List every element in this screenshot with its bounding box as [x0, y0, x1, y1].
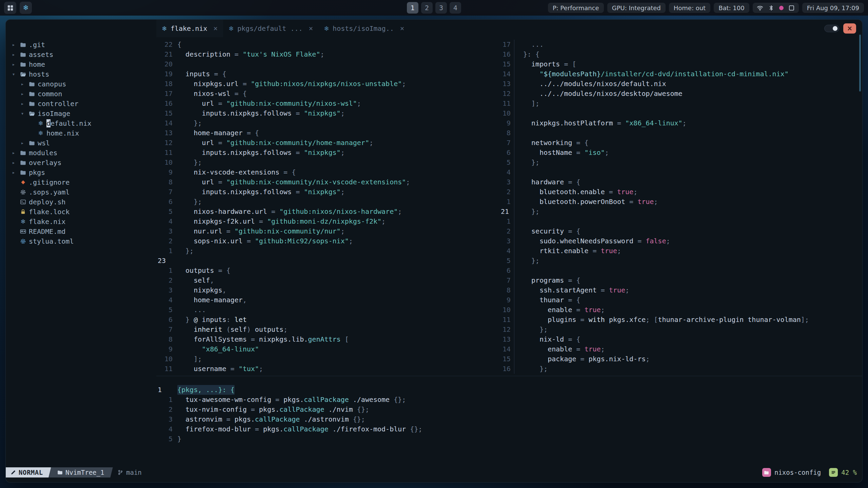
apps-grid-icon-button[interactable]: [4, 2, 16, 14]
code-line[interactable]: 2 security = {: [499, 226, 862, 236]
chevron-right-icon[interactable]: ▸: [9, 42, 18, 48]
code-line[interactable]: 11 plugins = with pkgs.xfce; [thunar-arc…: [499, 315, 862, 325]
tree-item-canopus[interactable]: ▸canopus: [6, 79, 156, 89]
tab-close-icon[interactable]: ×: [400, 24, 405, 33]
code-line[interactable]: 7 inputs.nixpkgs.follows = "nixpkgs";: [156, 187, 499, 197]
code-line[interactable]: 5 };: [499, 158, 862, 167]
code-line[interactable]: 10 enable = true;: [499, 305, 862, 315]
code-line[interactable]: 6 };: [156, 197, 499, 207]
code-line[interactable]: 3 nur.url = "github:nix-community/nur";: [156, 226, 499, 236]
code-line[interactable]: 1 };: [156, 246, 499, 256]
code-line[interactable]: 18 nixpkgs.url = "github:nixos/nixpkgs/n…: [156, 79, 499, 89]
code-line[interactable]: 12 url = "github:nix-community/home-mana…: [156, 138, 499, 148]
code-line[interactable]: 3 sudo.wheelNeedsPassword = false;: [499, 236, 862, 246]
code-line[interactable]: 9 nixpkgs.hostPlatform = "x86_64-linux";: [499, 118, 862, 128]
code-line[interactable]: 13 nix-ld = {: [499, 334, 862, 344]
code-line[interactable]: 9 "x86_64-linux": [156, 344, 499, 354]
code-line[interactable]: 22{: [156, 40, 499, 49]
window-toggle-switch[interactable]: [824, 25, 839, 32]
nix-logo-icon-button[interactable]: ❄: [20, 2, 32, 14]
code-line[interactable]: 20: [156, 59, 499, 69]
code-line[interactable]: 11 username = "tux";: [156, 364, 499, 374]
code-line[interactable]: 4 home-manager,: [156, 295, 499, 305]
code-line[interactable]: 9 thunar = {: [499, 295, 862, 305]
code-line[interactable]: 2 sops-nix.url = "github:Mic92/sops-nix"…: [156, 236, 499, 246]
code-line[interactable]: 9 nix-vscode-extensions = {: [156, 167, 499, 177]
chevron-right-icon[interactable]: ▸: [9, 52, 18, 58]
scrollbar-thumb[interactable]: [859, 35, 861, 92]
chevron-right-icon[interactable]: ▸: [18, 81, 27, 87]
workspace-button-1[interactable]: 1: [407, 2, 418, 14]
code-line[interactable]: 3 hardware = {: [499, 177, 862, 187]
code-line[interactable]: 19 inputs = {: [156, 69, 499, 79]
code-line[interactable]: 1 bluetooth.powerOnBoot = true;: [499, 197, 862, 207]
code-line[interactable]: 16 url = "github:nix-community/nixos-wsl…: [156, 99, 499, 108]
tab-pkgs-default[interactable]: ❄pkgs/default ...×: [223, 20, 318, 37]
tree-item-sops-yaml[interactable]: .sops.yaml: [6, 187, 156, 197]
tab-close-icon[interactable]: ×: [309, 24, 313, 33]
code-line[interactable]: 21 description = "tux's NixOS Flake";: [156, 49, 499, 59]
code-line[interactable]: 13 home-manager = {: [156, 128, 499, 138]
code-line[interactable]: 14 };: [156, 118, 499, 128]
code-line[interactable]: 11 inputs.nixpkgs.follows = "nixpkgs";: [156, 148, 499, 158]
editor-pane-flake[interactable]: 22{21 description = "tux's NixOS Flake";…: [156, 40, 499, 376]
code-line[interactable]: 2 self,: [156, 276, 499, 285]
code-line[interactable]: 12 ../../modules/nixos/desktop/awesome: [499, 89, 862, 99]
code-line[interactable]: 4 firefox-mod-blur = pkgs.callPackage ./…: [156, 424, 862, 434]
code-line[interactable]: 5}: [156, 434, 862, 444]
code-line[interactable]: 17 ...: [499, 40, 862, 49]
code-line[interactable]: 16 };: [499, 364, 862, 374]
code-line[interactable]: 23: [156, 256, 499, 266]
tree-item-gitignore[interactable]: ◆.gitignore: [6, 177, 156, 187]
code-line[interactable]: 14 enable = true;: [499, 344, 862, 354]
code-line[interactable]: 6: [499, 266, 862, 276]
code-line[interactable]: 4 rtkit.enable = true;: [499, 246, 862, 256]
tree-item-flake-lock[interactable]: flake.lock: [6, 207, 156, 217]
chevron-right-icon[interactable]: ▸: [9, 160, 18, 166]
tree-item-modules[interactable]: ▸modules: [6, 148, 156, 158]
tab-close-icon[interactable]: ×: [213, 24, 218, 33]
code-line[interactable]: 13 ../../modules/nixos/default.nix: [499, 79, 862, 89]
tree-item-readme-md[interactable]: README.md: [6, 226, 156, 236]
chevron-right-icon[interactable]: ▸: [18, 91, 27, 97]
tree-item-isoimage[interactable]: ▾isoImage: [6, 108, 156, 118]
code-line[interactable]: 8 ssh.startAgent = true;: [499, 285, 862, 295]
code-line[interactable]: 7 inherit (self) outputs;: [156, 325, 499, 334]
tab-flake-nix[interactable]: ❄flake.nix×: [156, 20, 223, 37]
tree-item-pkgs[interactable]: ▸pkgs: [6, 167, 156, 177]
code-line[interactable]: 3 nixpkgs,: [156, 285, 499, 295]
tree-item-default-nix[interactable]: ❄default.nix: [6, 118, 156, 128]
code-line[interactable]: 16}: {: [499, 49, 862, 59]
code-line[interactable]: 5 ...: [156, 305, 499, 315]
tray-square-icon[interactable]: [788, 5, 795, 11]
code-line[interactable]: 8 forAllSystems = nixpkgs.lib.genAttrs [: [156, 334, 499, 344]
tree-item-flake-nix[interactable]: ❄flake.nix: [6, 217, 156, 226]
code-line[interactable]: 10: [499, 108, 862, 118]
code-line[interactable]: 6 } @ inputs: let: [156, 315, 499, 325]
workspace-button-2[interactable]: 2: [421, 2, 433, 14]
code-line[interactable]: 10 ];: [156, 354, 499, 364]
tree-item-assets[interactable]: ▸assets: [6, 49, 156, 59]
code-line[interactable]: 2 bluetooth.enable = true;: [499, 187, 862, 197]
tree-item-controller[interactable]: ▸controller: [6, 99, 156, 108]
tree-item-hosts[interactable]: ▾hosts: [6, 69, 156, 79]
code-line[interactable]: 21 };: [499, 207, 862, 217]
tree-item-git[interactable]: ▸.git: [6, 40, 156, 49]
code-line[interactable]: 11 ];: [499, 99, 862, 108]
code-line[interactable]: 1: [499, 217, 862, 226]
code-line[interactable]: 1 tux-awesome-wm-config = pkgs.callPacka…: [156, 395, 862, 405]
wifi-icon[interactable]: [757, 5, 763, 11]
code-line[interactable]: 15 imports = [: [499, 59, 862, 69]
tree-item-overlays[interactable]: ▸overlays: [6, 158, 156, 167]
tree-item-common[interactable]: ▸common: [6, 89, 156, 99]
code-line[interactable]: 4 nixpkgs-f2k.url = "github:moni-dz/nixp…: [156, 217, 499, 226]
code-line[interactable]: 17 nixos-wsl = {: [156, 89, 499, 99]
code-line[interactable]: 5 };: [499, 256, 862, 266]
code-line[interactable]: 15 package = pkgs.nix-ld-rs;: [499, 354, 862, 364]
code-line[interactable]: 2 tux-nvim-config = pkgs.callPackage ./n…: [156, 405, 862, 414]
chevron-down-icon[interactable]: ▾: [18, 110, 27, 117]
code-line[interactable]: 6 hostName = "iso";: [499, 148, 862, 158]
code-line[interactable]: 14 "${modulesPath}/installer/cd-dvd/inst…: [499, 69, 862, 79]
code-line[interactable]: 8 url = "github:nix-community/nix-vscode…: [156, 177, 499, 187]
tree-item-home[interactable]: ▸home: [6, 59, 156, 69]
